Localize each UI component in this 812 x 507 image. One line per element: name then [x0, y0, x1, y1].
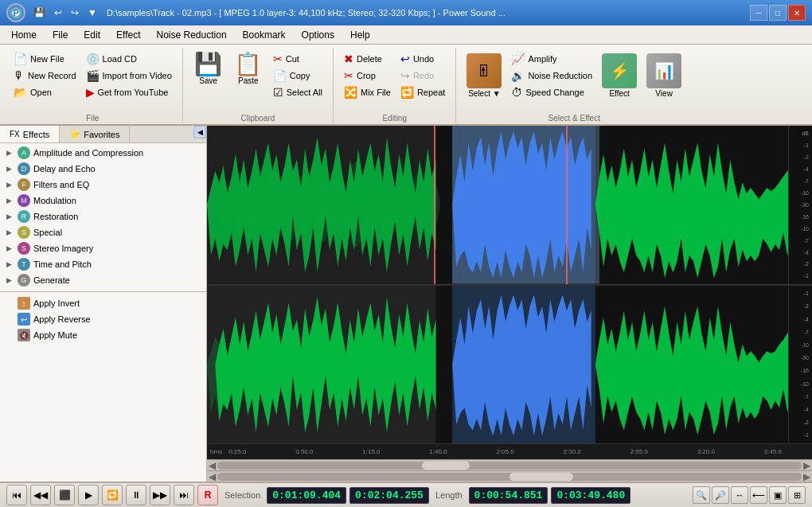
- import-video-button[interactable]: 🎬 Import from Video: [82, 68, 176, 84]
- scroll-thumb2[interactable]: [509, 473, 573, 481]
- load-cd-button[interactable]: 💿 Load CD: [82, 51, 176, 67]
- menu-bookmark[interactable]: Bookmark: [235, 28, 294, 42]
- save-button[interactable]: 💾 Save: [189, 51, 228, 88]
- db-lower-minus90: -90: [791, 355, 810, 361]
- new-record-label: New Record: [28, 71, 76, 80]
- menu-help[interactable]: Help: [342, 28, 378, 42]
- noise-reduction-button[interactable]: 🔉 Noise Reduction: [507, 68, 596, 84]
- effects-tab[interactable]: FX Effects: [0, 126, 60, 142]
- crop-button[interactable]: ✂ Crop: [340, 68, 395, 84]
- lower-waveform[interactable]: -1 -2 -4 -7 -10 -90 -16 -10 -7 -4 -2 -1: [207, 286, 812, 444]
- zoom-in-btn[interactable]: 🔍: [693, 486, 710, 504]
- speed-change-button[interactable]: ⏱ Speed Change: [507, 84, 596, 100]
- zoom-all-btn[interactable]: ⊞: [788, 486, 806, 504]
- rewind-btn[interactable]: ◀◀: [30, 485, 51, 505]
- undo-quick-btn[interactable]: ↩: [51, 6, 65, 20]
- effect-delay[interactable]: ▶ D Delay and Echo: [0, 161, 206, 177]
- effect-time[interactable]: ▶ T Time and Pitch: [0, 256, 206, 272]
- effect-restoration[interactable]: ▶ R Restoration: [0, 209, 206, 224]
- scroll-track2[interactable]: [217, 473, 802, 481]
- effect-generate[interactable]: ▶ G Generate: [0, 272, 206, 288]
- menu-file[interactable]: File: [45, 28, 76, 42]
- stop-btn[interactable]: ⬛: [54, 485, 75, 505]
- menu-options[interactable]: Options: [294, 28, 342, 42]
- zoom-left-btn[interactable]: ⟵: [750, 486, 767, 504]
- play-btn[interactable]: ▶: [78, 485, 99, 505]
- record-btn[interactable]: R: [197, 485, 218, 505]
- clipboard-group-label: Clipboard: [189, 111, 326, 123]
- selection-start-display: 0:01:09.404: [267, 487, 346, 504]
- menu-effect[interactable]: Effect: [108, 28, 148, 42]
- get-youtube-button[interactable]: ▶ Get from YouTube: [82, 84, 176, 100]
- quick-access-toolbar: 💾 ↩ ↪ ▼: [30, 6, 100, 20]
- select-label: Select ▼: [468, 89, 500, 98]
- select-button[interactable]: 🎚 Select ▼: [463, 51, 506, 100]
- effect-amplitude[interactable]: ▶ A Amplitude and Compression: [0, 145, 206, 161]
- zoom-out-btn[interactable]: 🔎: [712, 486, 729, 504]
- repeat-button[interactable]: 🔁 Repeat: [396, 84, 449, 100]
- maximize-button[interactable]: □: [769, 5, 787, 21]
- apply-reverse-action[interactable]: ↩ Apply Reverse: [0, 311, 206, 327]
- window-controls: ─ □ ✕: [750, 5, 806, 21]
- skip-start-btn[interactable]: ⏮: [6, 485, 27, 505]
- minimize-button[interactable]: ─: [750, 5, 767, 21]
- menu-edit[interactable]: Edit: [76, 28, 108, 42]
- favorites-tab[interactable]: ⭐ Favorites: [60, 126, 130, 142]
- mix-label: Mix File: [361, 88, 391, 97]
- amplitude-icon: A: [18, 146, 30, 159]
- undo-button[interactable]: ↩ Undo: [396, 51, 449, 67]
- expand-arrow: ▶: [6, 228, 14, 236]
- scroll-left-btn[interactable]: ◀: [209, 460, 216, 471]
- open-button[interactable]: 📂 Open: [10, 84, 80, 100]
- pause-btn[interactable]: ⏸: [126, 485, 146, 505]
- new-file-button[interactable]: 📄 New File: [10, 51, 80, 67]
- zoom-fit-btn[interactable]: ↔: [731, 486, 748, 504]
- scroll-right-btn[interactable]: ▶: [803, 460, 810, 471]
- effect-modulation[interactable]: ▶ M Modulation: [0, 193, 206, 209]
- forward-btn[interactable]: ▶▶: [150, 485, 170, 505]
- apply-invert-action[interactable]: ↕ Apply Invert: [0, 295, 206, 311]
- mix-file-button[interactable]: 🔀 Mix File: [340, 84, 395, 100]
- main-area: FX Effects ⭐ Favorites ◀ ▶ A Amplitude a…: [0, 126, 812, 482]
- db-minus16: -16: [791, 214, 810, 220]
- menu-home[interactable]: Home: [3, 28, 45, 42]
- effect-special[interactable]: ▶ S Special: [0, 224, 206, 240]
- select-all-button[interactable]: ☑ Select All: [269, 84, 326, 100]
- view-button[interactable]: 📊 View: [642, 51, 685, 100]
- upper-waveform[interactable]: dB -1 -2 -4 -7 -10 -90 -16 -10 -7 -4 -2 …: [207, 126, 812, 286]
- new-record-button[interactable]: 🎙 New Record: [10, 68, 80, 84]
- paste-button[interactable]: 📋 Paste: [229, 51, 267, 88]
- fx-icon: FX: [10, 130, 20, 138]
- redo-button[interactable]: ↪ Redo: [396, 68, 449, 84]
- effect-stereo[interactable]: ▶ S Stereo Imagery: [0, 240, 206, 256]
- save-quick-btn[interactable]: 💾: [30, 6, 49, 20]
- menu-noise-reduction[interactable]: Noise Reduction: [149, 28, 235, 42]
- amplitude-label: Amplitude and Compression: [33, 148, 143, 158]
- select-all-label: Select All: [287, 88, 322, 97]
- scroll-up-btn[interactable]: ◀: [209, 471, 216, 482]
- delete-button[interactable]: ✖ Delete: [340, 51, 395, 67]
- upper-waveform-svg: [207, 126, 812, 284]
- horizontal-scrollbar[interactable]: ◀ ▶: [207, 459, 812, 470]
- loop-btn[interactable]: 🔁: [102, 485, 123, 505]
- scroll-thumb[interactable]: [422, 462, 470, 470]
- scroll-down-btn[interactable]: ▶: [803, 471, 810, 482]
- paste-icon: 📋: [234, 53, 262, 76]
- skip-end-btn[interactable]: ⏭: [174, 485, 194, 505]
- panel-arrow[interactable]: ◀: [193, 126, 206, 138]
- close-button[interactable]: ✕: [788, 5, 806, 21]
- cut-button[interactable]: ✂ Cut: [269, 51, 326, 67]
- quick-access-dropdown[interactable]: ▼: [84, 6, 100, 20]
- noise-reduction-icon: 🔉: [511, 69, 525, 82]
- stereo-label: Stereo Imagery: [33, 244, 93, 253]
- title-bar: P 💾 ↩ ↪ ▼ D:\samples\Track - 02.mp3 - [ …: [0, 0, 812, 25]
- zoom-sel-btn[interactable]: ▣: [769, 486, 787, 504]
- redo-quick-btn[interactable]: ↪: [68, 6, 82, 20]
- scroll-track[interactable]: [217, 462, 802, 470]
- amplify-button[interactable]: 📈 Amplify: [507, 51, 596, 67]
- copy-button[interactable]: 📄 Copy: [269, 68, 326, 84]
- apply-mute-action[interactable]: 🔇 Apply Mute: [0, 327, 206, 343]
- effect-button[interactable]: ⚡ Effect: [598, 51, 641, 100]
- vertical-scrollbar[interactable]: ◀ ▶: [207, 470, 812, 482]
- effect-filters[interactable]: ▶ F Filters and EQ: [0, 177, 206, 193]
